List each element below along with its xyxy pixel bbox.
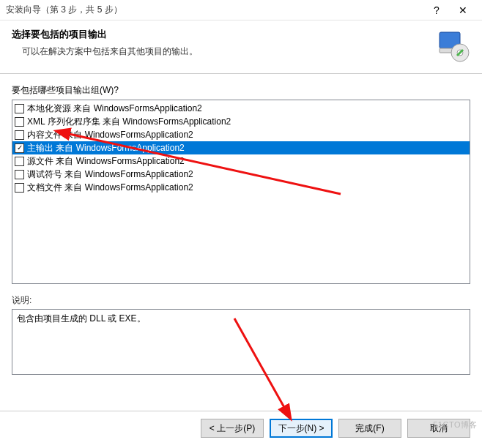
list-item[interactable]: 本地化资源 来自 WindowsFormsApplication2 [12, 102, 470, 115]
list-item[interactable]: XML 序列化程序集 来自 WindowsFormsApplication2 [12, 115, 470, 128]
description-label: 说明: [12, 294, 470, 307]
list-item-label: 文档文件 来自 WindowsFormsApplication2 [27, 182, 193, 194]
project-output-list[interactable]: 本地化资源 来自 WindowsFormsApplication2XML 序列化… [12, 100, 470, 284]
description-box: 包含由项目生成的 DLL 或 EXE。 [12, 309, 470, 375]
wizard-icon [435, 28, 470, 63]
list-item-label: 调试符号 来自 WindowsFormsApplication2 [27, 168, 193, 181]
next-button[interactable]: 下一步(N) > [270, 419, 333, 438]
checkbox[interactable] [15, 157, 24, 166]
checkbox[interactable] [15, 104, 24, 113]
page-title: 选择要包括的项目输出 [12, 28, 435, 41]
list-item[interactable]: 调试符号 来自 WindowsFormsApplication2 [12, 168, 470, 181]
back-button[interactable]: < 上一步(P) [201, 419, 264, 438]
title-bar: 安装向导（第 3 步，共 5 步） ? ✕ [0, 0, 482, 20]
list-item[interactable]: ✓主输出 来自 WindowsFormsApplication2 [12, 141, 470, 154]
window-title: 安装向导（第 3 步，共 5 步） [6, 4, 423, 16]
list-item[interactable]: 源文件 来自 WindowsFormsApplication2 [12, 154, 470, 168]
wizard-footer: < 上一步(P) 下一步(N) > 完成(F) 取消 [0, 411, 482, 448]
list-item-label: 本地化资源 来自 WindowsFormsApplication2 [27, 102, 202, 115]
page-subtitle: 可以在解决方案中包括来自其他项目的输出。 [12, 45, 435, 58]
finish-button[interactable]: 完成(F) [338, 419, 401, 438]
checkbox[interactable] [15, 117, 24, 127]
list-item-label: 内容文件 来自 WindowsFormsApplication2 [27, 129, 193, 141]
wizard-content: 要包括哪些项目输出组(W)? 本地化资源 来自 WindowsFormsAppl… [0, 74, 482, 381]
list-item[interactable]: 文档文件 来自 WindowsFormsApplication2 [12, 181, 470, 194]
checkbox[interactable] [15, 183, 24, 193]
wizard-header: 选择要包括的项目输出 可以在解决方案中包括来自其他项目的输出。 [0, 20, 482, 74]
watermark: 51CTO博客 [433, 419, 478, 430]
outputs-group-label: 要包括哪些项目输出组(W)? [12, 84, 470, 97]
checkbox[interactable] [15, 130, 24, 140]
checkbox[interactable]: ✓ [15, 143, 24, 153]
list-item[interactable]: 内容文件 来自 WindowsFormsApplication2 [12, 128, 470, 141]
close-button[interactable]: ✕ [450, 2, 476, 18]
list-item-label: 主输出 来自 WindowsFormsApplication2 [27, 142, 185, 154]
checkbox[interactable] [15, 170, 24, 179]
help-button[interactable]: ? [423, 2, 450, 18]
list-item-label: XML 序列化程序集 来自 WindowsFormsApplication2 [27, 116, 231, 128]
list-item-label: 源文件 来自 WindowsFormsApplication2 [27, 155, 185, 168]
